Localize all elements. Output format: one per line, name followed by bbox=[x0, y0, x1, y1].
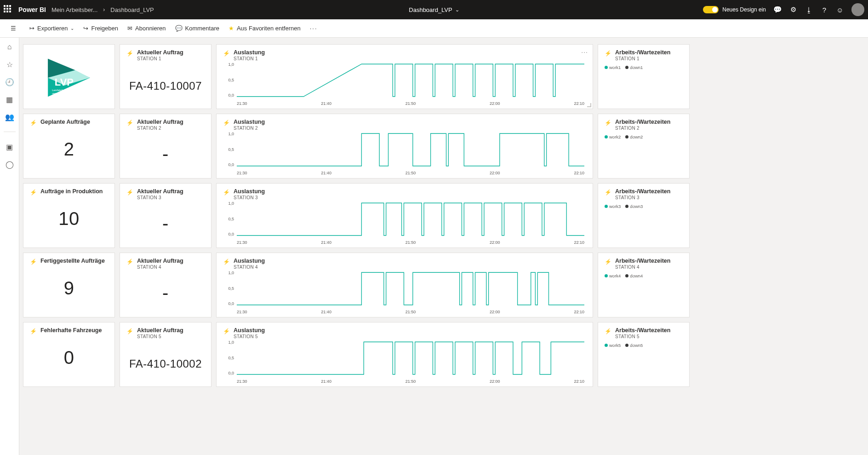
tile-planned-orders[interactable]: ⚡ Geplante Aufträge 2 bbox=[23, 114, 115, 179]
chevron-down-icon: ⌄ bbox=[70, 26, 74, 31]
bolt-icon: ⚡ bbox=[223, 328, 230, 334]
chat-icon[interactable]: 💬 bbox=[773, 6, 782, 14]
comments-button[interactable]: 💬 Kommentare bbox=[175, 25, 219, 32]
share-button[interactable]: ↪ Freigeben bbox=[83, 25, 118, 32]
tile-subtitle: STATION 3 bbox=[615, 195, 670, 200]
x-tick: 22:00 bbox=[490, 101, 500, 106]
title-dropdown[interactable]: Dashboard_LVP ⌄ bbox=[409, 6, 459, 13]
help-icon[interactable]: ? bbox=[820, 6, 828, 14]
nav-profile-icon[interactable]: ◯ bbox=[5, 160, 14, 169]
avatar[interactable] bbox=[851, 3, 864, 16]
subscribe-button[interactable]: ✉ Abonnieren bbox=[127, 25, 166, 32]
bolt-icon: ⚡ bbox=[605, 50, 611, 57]
dashboard-canvas: LVP Lernfabrik für vernetzte Produktion … bbox=[19, 38, 868, 455]
resize-handle-icon[interactable] bbox=[587, 103, 591, 107]
tile-value: - bbox=[126, 213, 205, 234]
bolt-icon: ⚡ bbox=[223, 189, 230, 196]
star-icon: ★ bbox=[228, 25, 234, 32]
tile-current-order-station-3[interactable]: ⚡ Aktueller Auftrag STATION 3 - bbox=[120, 183, 211, 248]
tile-current-order-station-5[interactable]: ⚡ Aktueller Auftrag STATION 5 FA-410-100… bbox=[120, 322, 211, 387]
download-icon[interactable]: ⭳ bbox=[805, 6, 813, 14]
command-bar: ☰ ↦ Exportieren ⌄ ↪ Freigeben ✉ Abonnier… bbox=[0, 19, 868, 38]
tile-work-wait-station-2[interactable]: ⚡ Arbeits-/Wartezeiten STATION 2 work2 d… bbox=[598, 114, 690, 179]
more-actions-button[interactable]: ··· bbox=[310, 25, 318, 32]
legend-label: work3 bbox=[609, 204, 621, 209]
chevron-right-icon: › bbox=[103, 6, 105, 13]
tile-work-wait-station-5[interactable]: ⚡ Arbeits-/Wartezeiten STATION 5 work5 d… bbox=[598, 322, 690, 387]
share-label: Freigeben bbox=[91, 25, 118, 32]
tile-utilization-station-1[interactable]: ··· ⚡ Auslastung STATION 1 1,00,50,0 21:… bbox=[216, 44, 593, 109]
line-chart bbox=[237, 341, 584, 375]
mail-icon: ✉ bbox=[127, 25, 132, 32]
y-tick: 1,0 bbox=[223, 62, 234, 67]
smiley-icon[interactable]: ☺ bbox=[836, 6, 844, 14]
tile-subtitle: STATION 3 bbox=[137, 195, 183, 200]
tile-completed-orders[interactable]: ⚡ Fertiggestellte Aufträge 9 bbox=[23, 253, 115, 317]
bolt-icon: ⚡ bbox=[30, 120, 37, 126]
tile-value: - bbox=[126, 144, 205, 164]
lvp-logo-icon: LVP Lernfabrik für vernetzte Produktion bbox=[34, 52, 103, 103]
nav-apps-icon[interactable]: ▦ bbox=[5, 95, 14, 104]
unfavorite-label: Aus Favoriten entfernen bbox=[237, 25, 301, 32]
toggle-switch-icon[interactable] bbox=[703, 6, 719, 13]
tile-title: Aufträge in Produktion bbox=[40, 188, 103, 195]
page-title: Dashboard_LVP bbox=[409, 6, 452, 13]
tile-utilization-station-5[interactable]: ⚡ Auslastung STATION 5 1,00,50,0 21:3021… bbox=[216, 322, 593, 387]
tile-title: Auslastung bbox=[234, 49, 265, 56]
bolt-icon: ⚡ bbox=[605, 328, 611, 334]
nav-favorites-icon[interactable]: ☆ bbox=[5, 60, 14, 69]
tile-current-order-station-2[interactable]: ⚡ Aktueller Auftrag STATION 2 - bbox=[120, 114, 211, 179]
tile-subtitle: STATION 4 bbox=[615, 265, 670, 270]
line-chart bbox=[237, 202, 584, 236]
tile-value: - bbox=[126, 282, 205, 303]
tile-logo[interactable]: LVP Lernfabrik für vernetzte Produktion bbox=[23, 44, 115, 109]
tile-work-wait-station-1[interactable]: ⚡ Arbeits-/Wartezeiten STATION 1 work1 d… bbox=[598, 44, 690, 109]
export-icon: ↦ bbox=[29, 25, 34, 32]
line-chart bbox=[237, 132, 584, 167]
bolt-icon: ⚡ bbox=[126, 259, 133, 265]
new-design-toggle[interactable]: Neues Design ein bbox=[703, 6, 766, 13]
nav-recent-icon[interactable]: 🕘 bbox=[5, 77, 14, 86]
legend-label: work4 bbox=[609, 273, 621, 278]
tile-utilization-station-3[interactable]: ⚡ Auslastung STATION 3 1,00,50,0 21:3021… bbox=[216, 183, 593, 248]
nav-shared-icon[interactable]: 👥 bbox=[5, 112, 14, 121]
export-label: Exportieren bbox=[37, 25, 68, 32]
tile-more-icon[interactable]: ··· bbox=[581, 48, 588, 56]
tile-current-order-station-4[interactable]: ⚡ Aktueller Auftrag STATION 4 - bbox=[120, 253, 211, 317]
tile-work-wait-station-4[interactable]: ⚡ Arbeits-/Wartezeiten STATION 4 work4 d… bbox=[598, 253, 690, 317]
bolt-icon: ⚡ bbox=[605, 189, 611, 196]
tile-subtitle: STATION 3 bbox=[234, 195, 265, 200]
subscribe-label: Abonnieren bbox=[135, 25, 166, 32]
tile-value: FA-410-10007 bbox=[126, 80, 205, 92]
tile-utilization-station-2[interactable]: ⚡ Auslastung STATION 2 1,00,50,0 21:3021… bbox=[216, 114, 593, 179]
export-button[interactable]: ↦ Exportieren ⌄ bbox=[29, 25, 74, 32]
tile-value: 2 bbox=[30, 139, 108, 160]
tile-current-order-station-1[interactable]: ⚡ Aktueller Auftrag STATION 1 FA-410-100… bbox=[120, 44, 211, 109]
tile-defective-vehicles[interactable]: ⚡ Fehlerhafte Fahrzeuge 0 bbox=[23, 322, 115, 387]
bolt-icon: ⚡ bbox=[126, 120, 133, 126]
breadcrumb-workspace[interactable]: Mein Arbeitsber... bbox=[51, 6, 97, 13]
appbar: Power BI Mein Arbeitsber... › Dashboard_… bbox=[0, 0, 868, 19]
comments-label: Kommentare bbox=[185, 25, 219, 32]
bolt-icon: ⚡ bbox=[223, 120, 230, 126]
remove-favorite-button[interactable]: ★ Aus Favoriten entfernen bbox=[228, 25, 301, 32]
legend-label: work1 bbox=[609, 65, 621, 70]
gear-icon[interactable]: ⚙ bbox=[789, 6, 797, 14]
x-tick: 22:10 bbox=[574, 101, 584, 106]
breadcrumb-dashboard[interactable]: Dashboard_LVP bbox=[110, 6, 154, 13]
tile-utilization-station-4[interactable]: ⚡ Auslastung STATION 4 1,00,50,0 21:3021… bbox=[216, 253, 593, 317]
tile-work-wait-station-3[interactable]: ⚡ Arbeits-/Wartezeiten STATION 3 work3 d… bbox=[598, 183, 690, 248]
bolt-icon: ⚡ bbox=[223, 50, 230, 57]
menu-icon[interactable]: ☰ bbox=[11, 25, 16, 32]
nav-home-icon[interactable]: ⌂ bbox=[5, 42, 14, 52]
legend-label: down5 bbox=[630, 343, 643, 348]
app-launcher-icon[interactable] bbox=[4, 5, 13, 14]
nav-workspaces-icon[interactable]: ▣ bbox=[5, 142, 14, 151]
tile-subtitle: STATION 2 bbox=[234, 126, 265, 131]
chevron-down-icon: ⌄ bbox=[455, 7, 459, 13]
tile-orders-in-production[interactable]: ⚡ Aufträge in Produktion 10 bbox=[23, 183, 115, 248]
tile-title: Auslastung bbox=[234, 188, 265, 195]
line-chart bbox=[237, 271, 584, 306]
tile-title: Aktueller Auftrag bbox=[137, 327, 183, 334]
line-chart bbox=[237, 63, 584, 98]
